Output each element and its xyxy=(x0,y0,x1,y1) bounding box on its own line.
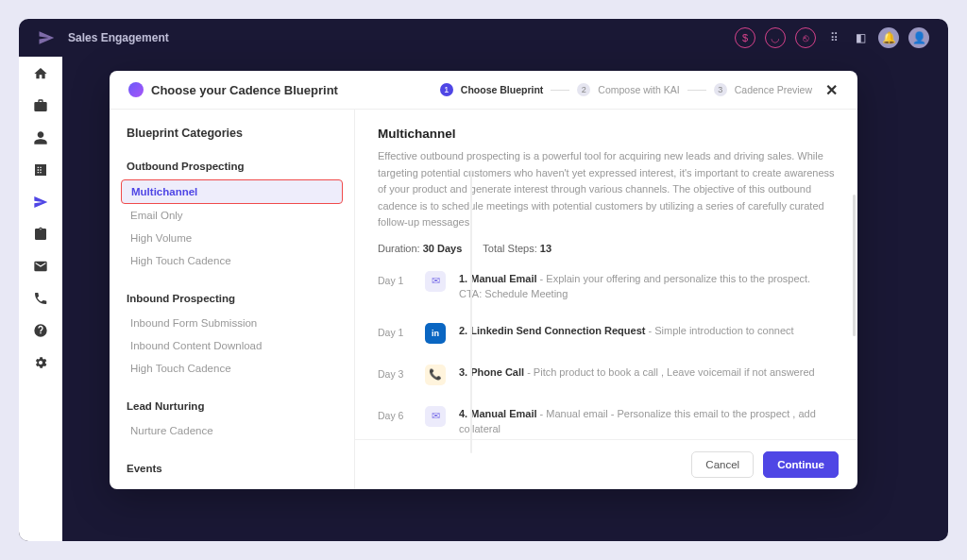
totalsteps-value: 13 xyxy=(540,243,551,254)
modal-body: Blueprint Categories Outbound Prospectin… xyxy=(110,110,857,489)
detail-scroll: Multichannel Effective outbound prospect… xyxy=(355,110,857,439)
brand-icon xyxy=(38,29,55,46)
home-icon[interactable] xyxy=(33,66,48,81)
wizard-step-label-2[interactable]: Compose with KAI xyxy=(598,84,679,95)
category-item[interactable]: Email Only xyxy=(121,204,343,227)
category-item[interactable]: High Touch Cadence xyxy=(121,249,343,272)
grid-icon[interactable]: ⠿ xyxy=(825,29,842,46)
timeline-step: Day 1in2. Linkedin Send Connection Reque… xyxy=(378,323,835,344)
wizard-step-num-3[interactable]: 3 xyxy=(714,83,727,96)
avatar[interactable]: 👤 xyxy=(908,27,929,48)
wizard-step-label-3[interactable]: Cadence Preview xyxy=(735,84,812,95)
scrollbar[interactable] xyxy=(853,195,856,336)
category-item[interactable]: Inbound Form Submission xyxy=(121,312,343,334)
step-text: 4. Manual Email - Manual email - Persona… xyxy=(459,406,835,437)
step-text: 3. Phone Call - Pitch product to book a … xyxy=(459,365,815,381)
wizard-step-num-1[interactable]: 1 xyxy=(440,83,453,96)
blueprint-modal: Choose your Cadence Blueprint 1Choose Bl… xyxy=(110,71,857,489)
send-icon[interactable] xyxy=(33,195,48,210)
step-text: 1. Manual Email - Explain your offering … xyxy=(459,271,835,302)
day-label: Day 3 xyxy=(378,365,412,380)
app-frame: Sales Engagement $ ◡ ⎋ ⠿ ◧ 🔔 👤 Choose yo… xyxy=(19,19,948,541)
modal-footer: Cancel Continue xyxy=(355,439,857,489)
detail-title: Multichannel xyxy=(378,127,835,141)
chart-icon[interactable]: ⎋ xyxy=(795,27,816,48)
timeline-step: Day 6✉4. Manual Email - Manual email - P… xyxy=(378,406,835,437)
topbar-icons: $ ◡ ⎋ ⠿ ◧ 🔔 👤 xyxy=(735,27,929,48)
user-icon[interactable]: ◡ xyxy=(765,27,786,48)
gauge-icon[interactable] xyxy=(33,323,48,338)
duration-value: 30 Days xyxy=(423,243,463,254)
topbar-title: Sales Engagement xyxy=(68,31,169,44)
email-icon: ✉ xyxy=(425,271,446,292)
briefcase-icon[interactable] xyxy=(33,98,48,113)
category-item[interactable]: Nurture Cadence xyxy=(121,419,343,442)
category-item[interactable]: Inbound Content Download xyxy=(121,334,343,357)
step-text: 2. Linkedin Send Connection Request - Si… xyxy=(459,323,794,339)
day-label: Day 1 xyxy=(378,323,412,338)
day-label: Day 6 xyxy=(378,406,412,421)
linkedin-icon: in xyxy=(425,323,446,344)
modal-header: Choose your Cadence Blueprint 1Choose Bl… xyxy=(110,71,857,110)
categories-title: Blueprint Categories xyxy=(121,127,343,140)
wizard-step-num-2[interactable]: 2 xyxy=(577,83,590,96)
totalsteps-label: Total Steps: xyxy=(483,243,536,254)
category-item[interactable]: Event Invitation xyxy=(121,482,343,489)
mail-icon[interactable] xyxy=(33,259,48,274)
detail-description: Effective outbound prospecting is a powe… xyxy=(378,148,835,231)
building-icon[interactable] xyxy=(33,162,48,178)
modal-title: Choose your Cadence Blueprint xyxy=(151,83,338,97)
category-item[interactable]: High Volume xyxy=(121,227,343,249)
gear-icon[interactable] xyxy=(33,355,48,370)
side-rail xyxy=(19,57,62,541)
wizard-step-label-1[interactable]: Choose Blueprint xyxy=(461,84,544,95)
category-item[interactable]: High Touch Cadence xyxy=(121,357,343,380)
bell-icon[interactable]: 🔔 xyxy=(878,27,899,48)
category-item[interactable]: Multichannel xyxy=(121,179,343,204)
timeline-step: Day 3📞3. Phone Call - Pitch product to b… xyxy=(378,365,835,385)
day-label: Day 1 xyxy=(378,271,412,286)
detail-panel: Multichannel Effective outbound prospect… xyxy=(355,110,857,489)
divider-scroll-hint xyxy=(470,170,472,453)
cancel-button[interactable]: Cancel xyxy=(691,451,754,478)
category-heading: Events xyxy=(121,459,343,478)
duration-label: Duration: xyxy=(378,243,420,254)
timeline: Day 1✉1. Manual Email - Explain your off… xyxy=(378,271,835,439)
wizard-steps: 1Choose Blueprint2Compose with KAI3Caden… xyxy=(338,83,812,96)
modal-logo-icon xyxy=(128,82,144,97)
detail-meta: Duration: 30 Days Total Steps: 13 xyxy=(378,243,835,254)
continue-button[interactable]: Continue xyxy=(763,451,839,478)
category-heading: Inbound Prospecting xyxy=(121,289,343,308)
category-heading: Lead Nurturing xyxy=(121,397,343,416)
close-icon[interactable]: ✕ xyxy=(823,82,839,97)
headset-icon[interactable]: ◧ xyxy=(852,29,869,46)
currency-icon[interactable]: $ xyxy=(735,27,755,48)
topbar: Sales Engagement $ ◡ ⎋ ⠿ ◧ 🔔 👤 xyxy=(19,19,948,57)
person-icon[interactable] xyxy=(33,130,48,145)
categories-panel: Blueprint Categories Outbound Prospectin… xyxy=(110,110,355,489)
category-heading: Outbound Prospecting xyxy=(121,157,343,176)
email-icon: ✉ xyxy=(425,406,446,427)
phone-icon: 📞 xyxy=(425,365,446,385)
timeline-step: Day 1✉1. Manual Email - Explain your off… xyxy=(378,271,835,302)
phone-icon[interactable] xyxy=(33,291,48,306)
clipboard-icon[interactable] xyxy=(33,227,48,242)
